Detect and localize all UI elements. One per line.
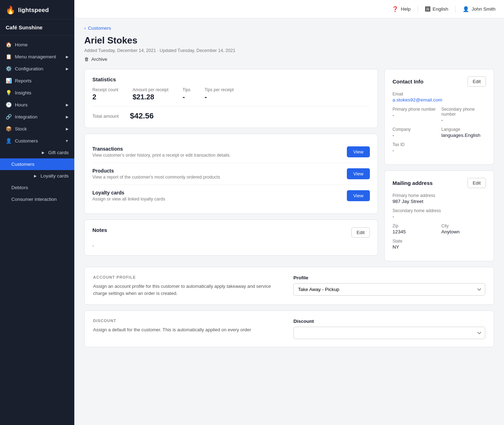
- sidebar-logo: 🔥 lightspeed: [0, 0, 74, 19]
- sidebar-item-insights[interactable]: 💡 Insights: [0, 87, 74, 99]
- discount-select[interactable]: [293, 327, 485, 339]
- tips-per-receipt-value: -: [205, 93, 234, 101]
- profile-select[interactable]: Take Away - Pickup Dine In Delivery: [293, 283, 485, 296]
- archive-button[interactable]: 🗑 Archive: [84, 57, 107, 62]
- user-label: John Smith: [471, 6, 496, 12]
- chevron-right-icon: ▶: [66, 103, 69, 107]
- sidebar-item-debtors[interactable]: Debtors: [0, 182, 74, 193]
- sidebar-item-reports[interactable]: 📊 Reports: [0, 75, 74, 87]
- help-button[interactable]: ❓ Help: [392, 6, 411, 12]
- secondary-phone-label: Secondary phone number: [441, 107, 486, 117]
- secondary-home-field: Secondary home address -: [393, 208, 486, 219]
- account-profile-grid: ACCOUNT PROFILE Assign an account profil…: [93, 275, 485, 297]
- contact-info-card: Contact Info Edit Email a.stokes92@email…: [384, 69, 494, 165]
- language-selector[interactable]: 🅰 English: [425, 6, 448, 12]
- receipt-count-value: 2: [92, 93, 118, 101]
- sidebar-item-label: Consumer interaction: [11, 197, 57, 202]
- customers-icon: 👤: [6, 138, 11, 144]
- transactions-row: Transactions View customer's order histo…: [92, 141, 370, 163]
- help-label: Help: [401, 6, 411, 12]
- email-label: Email: [393, 92, 486, 97]
- chevron-right-icon: ▶: [42, 151, 45, 155]
- discount-left: DISCOUNT Assign a default for the custom…: [93, 319, 285, 333]
- sidebar-item-customers-sub[interactable]: Customers: [0, 158, 74, 170]
- logo-text: lightspeed: [18, 7, 49, 14]
- city-label: City: [441, 223, 486, 228]
- discount-desc: Assign a default for the customer. This …: [93, 326, 285, 333]
- integration-icon: 🔗: [6, 114, 11, 120]
- city-value: Anytown: [441, 229, 486, 234]
- sidebar-item-label: Insights: [15, 90, 31, 95]
- config-icon: ⚙️: [6, 66, 11, 71]
- receipt-count-stat: Receipt count 2: [92, 87, 118, 101]
- sidebar-item-gift-cards[interactable]: ▶ Gift cards: [0, 147, 74, 158]
- contact-edit-button[interactable]: Edit: [468, 76, 486, 87]
- products-view-button[interactable]: View: [347, 168, 370, 179]
- primary-home-value: 987 Jay Street: [393, 199, 486, 204]
- mailing-address-card: Mailing address Edit Primary home addres…: [384, 170, 494, 261]
- stats-row: Receipt count 2 Amount per receipt $21.2…: [92, 87, 370, 101]
- sidebar-item-integration[interactable]: 🔗 Integration ▶: [0, 111, 74, 123]
- products-desc: View a report of the customer's most com…: [92, 175, 347, 180]
- user-icon: 👤: [463, 6, 469, 12]
- stats-total-row: Total amount $42.56: [92, 106, 370, 121]
- right-column: Contact Info Edit Email a.stokes92@email…: [384, 69, 494, 261]
- loyalty-cards-view-button[interactable]: View: [347, 190, 370, 201]
- left-column: Statistics Receipt count 2 Amount per re…: [84, 69, 378, 261]
- sidebar-item-home[interactable]: 🏠 Home: [0, 39, 74, 51]
- zip-city-grid: Zip 12345 City Anytown: [393, 223, 486, 239]
- breadcrumb[interactable]: ‹ Customers: [84, 25, 494, 31]
- state-label: State: [393, 239, 486, 244]
- sidebar-item-menu-management[interactable]: 📋 Menu management ▶: [0, 51, 74, 63]
- language-value: languages.English: [441, 133, 486, 138]
- tips-value: -: [183, 93, 190, 101]
- chevron-right-icon: ▶: [66, 67, 69, 71]
- sidebar-item-label: Integration: [15, 114, 38, 120]
- loyalty-cards-title: Loyalty cards: [92, 190, 347, 196]
- secondary-home-label: Secondary home address: [393, 208, 486, 213]
- discount-field-label: Discount: [293, 319, 485, 324]
- sidebar-item-consumer-interaction[interactable]: Consumer interaction: [0, 193, 74, 205]
- mailing-edit-button[interactable]: Edit: [468, 178, 486, 188]
- statistics-card: Statistics Receipt count 2 Amount per re…: [84, 69, 378, 128]
- sidebar-item-hours[interactable]: 🕐 Hours ▶: [0, 99, 74, 111]
- transactions-view-button[interactable]: View: [347, 146, 370, 157]
- company-language-grid: Company - Language languages.English: [393, 127, 486, 142]
- state-field: State NY: [393, 239, 486, 250]
- logo-icon: 🔥: [6, 6, 15, 15]
- primary-phone-field: Primary phone number -: [393, 107, 437, 123]
- sidebar-item-loyalty-cards[interactable]: ▶ Loyalty cards: [0, 170, 74, 182]
- menu-icon: 📋: [6, 54, 11, 59]
- tax-id-value: -: [393, 148, 486, 153]
- home-icon: 🏠: [6, 42, 11, 47]
- sidebar-item-label: Loyalty cards: [40, 173, 69, 179]
- language-label: English: [433, 6, 448, 12]
- sidebar-brand: Café Sunshine: [0, 19, 74, 36]
- total-amount-value: $42.56: [130, 111, 154, 121]
- sidebar-item-label: Menu management: [15, 54, 56, 59]
- email-value[interactable]: a.stokes92@email.com: [393, 97, 486, 103]
- chevron-right-icon: ▶: [66, 55, 69, 59]
- actions-card: Transactions View customer's order histo…: [84, 134, 378, 214]
- loyalty-cards-row: Loyalty cards Assign or view all linked …: [92, 185, 370, 206]
- phone-grid: Primary phone number - Secondary phone n…: [393, 107, 486, 127]
- amount-per-receipt-label: Amount per receipt: [132, 87, 168, 92]
- sidebar-item-configuration[interactable]: ⚙️ Configuration ▶: [0, 63, 74, 75]
- insights-icon: 💡: [6, 90, 11, 95]
- sidebar-item-stock[interactable]: 📦 Stock ▶: [0, 123, 74, 135]
- hours-icon: 🕐: [6, 102, 11, 107]
- products-info: Products View a report of the customer's…: [92, 168, 347, 180]
- amount-per-receipt-stat: Amount per receipt $21.28: [132, 87, 168, 101]
- user-menu[interactable]: 👤 John Smith: [463, 6, 496, 12]
- notes-edit-button[interactable]: Edit: [351, 227, 370, 238]
- topbar-divider: [418, 6, 418, 13]
- notes-card: Notes Edit -: [84, 220, 378, 256]
- page-title: Ariel Stokes: [84, 35, 494, 46]
- sidebar-item-label: Home: [15, 42, 28, 47]
- breadcrumb-label: Customers: [88, 25, 111, 31]
- receipt-count-label: Receipt count: [92, 87, 118, 92]
- sidebar-item-customers-parent[interactable]: 👤 Customers ▼: [0, 135, 74, 147]
- mailing-header: Mailing address Edit: [393, 178, 486, 188]
- trash-icon: 🗑: [84, 57, 89, 62]
- zip-field: Zip 12345: [393, 223, 437, 234]
